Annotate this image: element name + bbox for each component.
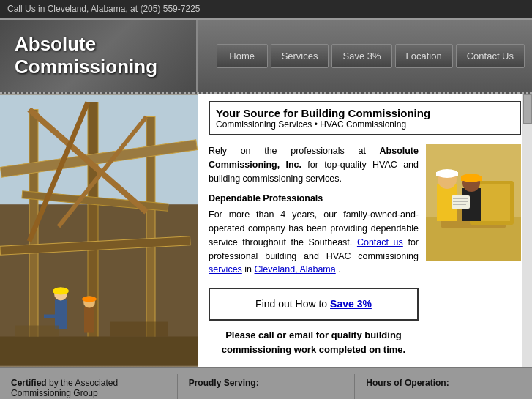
logo-area: Absolute Commissioning xyxy=(0,20,198,92)
content-body: Rely on the professionals at Absolute Co… xyxy=(209,144,521,357)
nav-area: Home Services Save 3% Location Contact U… xyxy=(198,20,532,92)
logo-text: Absolute Commissioning xyxy=(15,33,157,78)
footer-hours-bold: Hours of Operation: xyxy=(366,378,449,388)
nav-services[interactable]: Services xyxy=(271,44,329,68)
header: Absolute Commissioning Home Services Sav… xyxy=(0,18,532,94)
svg-rect-34 xyxy=(452,195,470,209)
content-subtitle: Commissioning Services • HVAC Commission… xyxy=(216,119,514,130)
right-content: Your Source for Building Commissioning C… xyxy=(198,94,532,367)
content-title-box: Your Source for Building Commissioning C… xyxy=(209,101,521,135)
top-bar: Call Us in Cleveland, Alabama, at (205) … xyxy=(0,0,532,18)
footer: Certified by the Associated Commissionin… xyxy=(0,367,532,399)
svg-rect-20 xyxy=(110,322,168,337)
nav-location[interactable]: Location xyxy=(395,44,453,68)
link-location[interactable]: Cleveland, Alabama xyxy=(255,264,336,275)
svg-rect-18 xyxy=(0,337,198,366)
construction-image xyxy=(0,94,198,367)
bottom-cta: Please call or email for quality buildin… xyxy=(209,328,419,357)
content-title: Your Source for Building Commissioning xyxy=(216,107,514,119)
para1-prefix: Rely on the professionals at xyxy=(209,146,380,156)
footer-certified-bold: Certified xyxy=(11,378,47,388)
link-contact[interactable]: Contact us xyxy=(357,237,403,247)
footer-serving-bold: Proudly Serving: xyxy=(189,378,259,388)
nav-save3[interactable]: Save 3% xyxy=(331,44,391,68)
main-wrapper: Your Source for Building Commissioning C… xyxy=(0,94,532,367)
svg-rect-19 xyxy=(15,326,59,337)
save-box[interactable]: Find out How to Save 3% xyxy=(209,288,419,321)
scroll-thumb[interactable] xyxy=(523,94,532,124)
footer-col-certified: Certified by the Associated Commissionin… xyxy=(0,374,178,399)
footer-col-hours: Hours of Operation: xyxy=(355,374,532,399)
svg-rect-33 xyxy=(461,176,482,181)
para2-end: in xyxy=(244,264,254,275)
workers-svg xyxy=(426,144,521,261)
save-link[interactable]: Save 3% xyxy=(330,298,372,310)
para2-final: . xyxy=(338,264,340,275)
svg-rect-13 xyxy=(44,315,66,318)
svg-rect-29 xyxy=(436,172,458,176)
svg-rect-14 xyxy=(84,307,94,333)
cta-text: Please call or email for quality buildin… xyxy=(222,329,405,355)
left-image-panel xyxy=(0,94,198,367)
content-text: Rely on the professionals at Absolute Co… xyxy=(209,144,419,357)
link-services[interactable]: services xyxy=(209,264,242,275)
svg-point-17 xyxy=(82,297,97,302)
footer-col-serving: Proudly Serving: xyxy=(178,374,356,399)
nav-home[interactable]: Home xyxy=(217,44,268,68)
save-label: Find out How to xyxy=(255,298,330,310)
svg-point-16 xyxy=(53,288,69,295)
section-heading: Dependable Professionals xyxy=(209,193,323,204)
scrollbar[interactable] xyxy=(522,94,532,367)
nav-contact[interactable]: Contact Us xyxy=(456,44,525,68)
phone-text: Call Us in Cleveland, Alabama, at (205) … xyxy=(7,4,200,14)
workers-image xyxy=(426,144,521,261)
